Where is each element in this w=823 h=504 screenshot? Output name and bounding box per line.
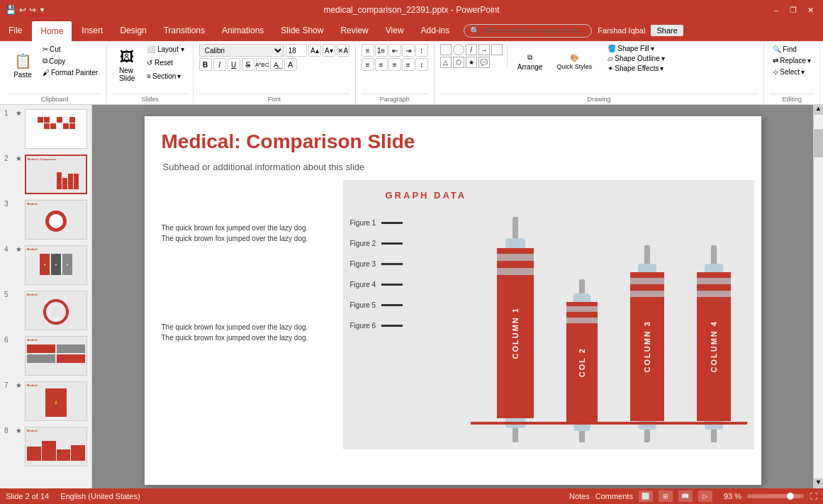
shape-effects-button[interactable]: ✦ Shape Effects ▾ bbox=[605, 64, 667, 73]
arrange-button[interactable]: ⧉ Arrange bbox=[513, 44, 547, 79]
notes-button[interactable]: Notes bbox=[569, 492, 590, 500]
align-right-button[interactable]: ≡ bbox=[388, 58, 401, 71]
ring-3b bbox=[630, 291, 664, 297]
bold-button[interactable]: B bbox=[199, 58, 212, 71]
shape-more[interactable] bbox=[491, 44, 503, 55]
underline-button[interactable]: U bbox=[228, 58, 240, 71]
slide-thumb-3[interactable]: 3 ★ Medical bbox=[3, 198, 89, 241]
scroll-thumb[interactable] bbox=[814, 129, 823, 157]
redo-icon[interactable]: ↪ bbox=[29, 5, 36, 15]
strikethrough-button[interactable]: S bbox=[242, 58, 254, 71]
slide-thumb-8[interactable]: 8 ★ Medical bbox=[3, 425, 89, 468]
menu-slideshow[interactable]: Slide Show bbox=[272, 20, 332, 41]
slide-sorter-button[interactable]: ⊞ bbox=[659, 491, 673, 502]
bullet-list-button[interactable]: ≡ bbox=[362, 44, 374, 57]
menu-view[interactable]: View bbox=[377, 20, 413, 41]
select-button[interactable]: ⊹ Select ▾ bbox=[770, 67, 814, 77]
share-button[interactable]: Share bbox=[651, 25, 683, 36]
slide-thumb-2[interactable]: 2 ★ Medical: Comparison bbox=[3, 153, 89, 196]
ring-4a bbox=[697, 278, 731, 284]
shape-star[interactable]: ★ bbox=[466, 57, 477, 68]
minimize-button[interactable]: – bbox=[769, 4, 783, 16]
syringe-3: COLUMN 3 bbox=[630, 245, 664, 442]
save-icon[interactable]: 💾 bbox=[6, 5, 16, 15]
shape-arrow[interactable]: → bbox=[478, 44, 490, 55]
reset-button[interactable]: ↺ Reset bbox=[144, 57, 187, 68]
copy-button[interactable]: ⧉ Copy bbox=[40, 55, 101, 67]
customize-icon[interactable]: ▼ bbox=[39, 6, 45, 13]
format-painter-button[interactable]: 🖌 Format Painter bbox=[40, 67, 101, 78]
font-name-select[interactable]: Calibri bbox=[199, 44, 284, 57]
smallcaps-button[interactable]: AᴬBC bbox=[256, 58, 269, 71]
font-size-input[interactable] bbox=[286, 44, 307, 57]
shape-line[interactable]: / bbox=[466, 44, 477, 55]
close-button[interactable]: ✕ bbox=[803, 4, 817, 16]
decrease-font-button[interactable]: A▾ bbox=[323, 44, 335, 57]
slide-thumb-1[interactable]: 1 ★ bbox=[3, 108, 89, 150]
menu-transitions[interactable]: Transitions bbox=[155, 20, 213, 41]
shape-rect[interactable] bbox=[440, 44, 452, 55]
shape-fill-button[interactable]: 🪣 Shape Fill ▾ bbox=[605, 44, 667, 53]
scroll-down-button[interactable]: ▼ bbox=[814, 478, 823, 488]
cap-top-4 bbox=[705, 264, 723, 272]
slide-thumb-4[interactable]: 4 ★ Medical ▼ ▼ ▼ bbox=[3, 244, 89, 286]
layout-button[interactable]: ⬜ Layout ▾ bbox=[144, 44, 187, 55]
zoom-slider[interactable] bbox=[747, 494, 804, 498]
syringe-4: COLUMN 4 bbox=[697, 245, 731, 442]
comments-button[interactable]: Comments bbox=[595, 492, 633, 500]
font-color-button[interactable]: A bbox=[284, 58, 297, 71]
paste-button[interactable]: 📋 Paste bbox=[9, 44, 37, 86]
shape-callout[interactable]: 💬 bbox=[478, 57, 490, 68]
new-slide-button[interactable]: 🖼 NewSlide bbox=[113, 44, 141, 86]
tell-me-box[interactable]: 🔍 Tell me what you want to do... bbox=[464, 24, 592, 38]
figure-1-label: Figure 1 bbox=[350, 219, 376, 227]
slide-thumbnail-2: Medical: Comparison bbox=[25, 155, 87, 194]
menu-home[interactable]: Home bbox=[32, 21, 72, 41]
syringe-2: COL 2 bbox=[566, 279, 598, 442]
replace-button[interactable]: ⇄ Replace ▾ bbox=[770, 55, 814, 66]
reading-view-button[interactable]: 📖 bbox=[678, 491, 693, 502]
zoom-handle[interactable] bbox=[787, 493, 794, 500]
ring-3a bbox=[630, 278, 664, 284]
menu-addins[interactable]: Add-ins bbox=[413, 20, 459, 41]
line-spacing-button[interactable]: ↕ bbox=[415, 58, 428, 71]
justify-button[interactable]: ≡ bbox=[402, 58, 415, 71]
menu-insert[interactable]: Insert bbox=[73, 20, 111, 41]
clipboard-label: Clipboard bbox=[9, 94, 101, 104]
slide-thumb-7[interactable]: 7 ★ Medical 🧍 bbox=[3, 380, 89, 422]
decrease-indent-button[interactable]: ⇤ bbox=[388, 44, 401, 57]
clear-format-button[interactable]: ✕A bbox=[337, 44, 349, 57]
needle-top-1 bbox=[513, 217, 518, 238]
shape-ellipse[interactable] bbox=[453, 44, 464, 55]
columns-button[interactable]: ⫶ bbox=[415, 44, 428, 57]
normal-view-button[interactable]: ⬜ bbox=[639, 491, 653, 502]
increase-indent-button[interactable]: ⇥ bbox=[402, 44, 415, 57]
shape-outline-button[interactable]: ▱ Shape Outline ▾ bbox=[605, 54, 667, 63]
scroll-up-button[interactable]: ▲ bbox=[814, 105, 823, 115]
align-left-button[interactable]: ≡ bbox=[362, 58, 374, 71]
increase-font-button[interactable]: A▴ bbox=[308, 44, 321, 57]
menu-design[interactable]: Design bbox=[111, 20, 155, 41]
menu-review[interactable]: Review bbox=[332, 20, 376, 41]
section-button[interactable]: ≡ Section ▾ bbox=[144, 71, 187, 82]
italic-button[interactable]: I bbox=[213, 58, 226, 71]
restore-button[interactable]: ❐ bbox=[786, 4, 800, 16]
shape-triangle[interactable]: △ bbox=[440, 57, 452, 68]
slide-thumbnail-6: Medical bbox=[25, 336, 87, 376]
right-scrollbar[interactable]: ▲ ▼ bbox=[813, 105, 823, 488]
quick-styles-button[interactable]: 🎨 Quick Styles bbox=[552, 44, 596, 79]
slide-thumb-6[interactable]: 6 ★ Medical bbox=[3, 335, 89, 377]
find-button[interactable]: 🔍 Find bbox=[770, 44, 814, 55]
slide-thumb-5[interactable]: 5 ★ Medical bbox=[3, 289, 89, 332]
center-button[interactable]: ≡ bbox=[375, 58, 388, 71]
clipboard-group: 📋 Paste ✂ Cut ⧉ Copy 🖌 Format Painter Cl… bbox=[3, 44, 107, 104]
numbered-list-button[interactable]: 1≡ bbox=[375, 44, 388, 57]
menu-file[interactable]: File bbox=[0, 20, 30, 41]
slideshow-button[interactable]: ▷ bbox=[698, 491, 712, 502]
fullscreen-button[interactable]: ⛶ bbox=[810, 492, 817, 500]
undo-icon[interactable]: ↩ bbox=[19, 5, 26, 15]
menu-animations[interactable]: Animations bbox=[213, 20, 272, 41]
shape-pentagon[interactable]: ⬠ bbox=[453, 57, 464, 68]
shadow-button[interactable]: A͟ bbox=[270, 58, 283, 71]
cut-button[interactable]: ✂ Cut bbox=[40, 44, 101, 55]
